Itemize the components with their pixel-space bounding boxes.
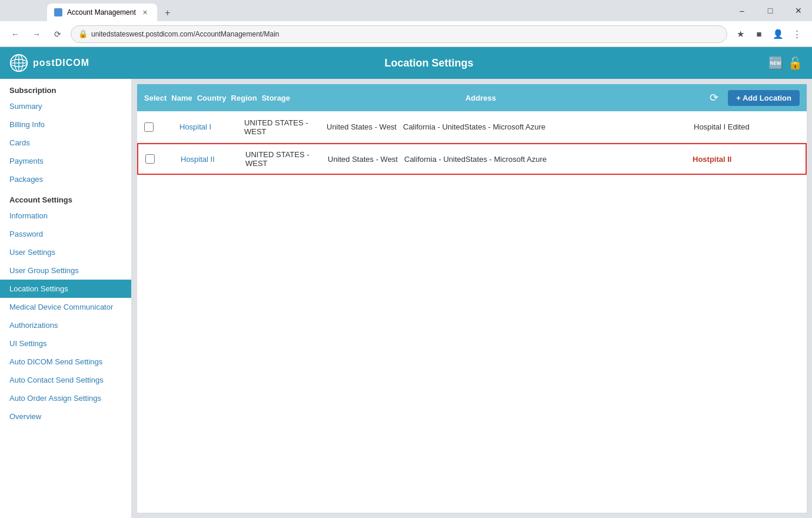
table-row-highlighted: Hospital II UNITED STATES - WEST United … [137,143,807,175]
row2-select-cell [145,154,181,164]
add-location-button[interactable]: + Add Location [728,90,800,106]
logo-text: postDICOM [33,58,89,68]
sidebar-item-auto-dicom[interactable]: Auto DICOM Send Settings [0,353,131,371]
main-layout: Subscription Summary Billing Info Cards … [0,79,812,518]
address-bar[interactable]: 🔒 unitedstateswest.postdicom.com/Account… [71,25,727,43]
account-settings-section-header: Account Settings [0,188,131,207]
extensions-icon[interactable]: ■ [751,26,767,42]
row1-storage-cell: California - UnitedStates - Microsoft Az… [403,120,694,134]
forward-button[interactable]: → [28,26,45,42]
sidebar-item-packages[interactable]: Packages [0,170,131,188]
menu-icon[interactable]: ⋮ [788,26,805,42]
subscription-section-header: Subscription [0,79,131,97]
navigation-bar: ← → ⟳ 🔒 unitedstateswest.postdicom.com/A… [0,21,812,47]
row1-country-cell: UNITED STATES - WEST [244,116,327,138]
reload-button[interactable]: ⟳ [49,26,66,42]
col-name-header: Name [171,94,192,102]
row2-container: Hospital II UNITED STATES - WEST United … [137,143,807,175]
sidebar-item-auto-contact[interactable]: Auto Contact Send Settings [0,371,131,389]
sidebar-item-overview[interactable]: Overview [0,407,131,426]
window-controls: – □ ✕ [728,0,812,21]
row2-country-cell: UNITED STATES - WEST [245,148,328,170]
table-body: Hospital I UNITED STATES - WEST United S… [137,111,807,513]
sidebar-item-authorizations[interactable]: Authorizations [0,316,131,334]
close-button[interactable]: ✕ [785,0,812,21]
header-action-icons: 🆕 🔓 [768,56,803,70]
sidebar-item-user-group-settings[interactable]: User Group Settings [0,261,131,280]
sidebar-item-billing-info[interactable]: Billing Info [0,115,131,134]
row1-name-link[interactable]: Hospital I [179,122,211,131]
row2-storage-cell: California - UnitedStates - Microsoft Az… [404,152,693,166]
bookmark-icon[interactable]: ★ [732,26,748,42]
sidebar-item-user-settings[interactable]: User Settings [0,243,131,261]
back-button[interactable]: ← [7,26,24,42]
logo: postDICOM [9,54,89,72]
url-text: unitedstateswest.postdicom.com/AccountMa… [91,30,720,38]
sidebar: Subscription Summary Billing Info Cards … [0,79,132,518]
row1-checkbox[interactable] [144,122,154,132]
row2-address-cell: Hostpital II [693,152,798,166]
tab-close-button[interactable]: ✕ [141,8,150,17]
row2-name-cell: Hospital II [181,152,245,166]
tab-favicon [54,8,62,16]
row1-region-cell: United States - West [327,120,403,134]
browser-window: Account Management ✕ + – □ ✕ ← → ⟳ 🔒 uni… [0,0,812,518]
minimize-button[interactable]: – [728,0,756,21]
page-title: Location Settings [89,57,768,69]
browser-tab[interactable]: Account Management ✕ [47,4,157,21]
col-region-header: Region [231,94,257,102]
app-header: postDICOM Location Settings 🆕 🔓 [0,47,812,79]
browser-toolbar-icons: ★ ■ 👤 ⋮ [732,26,805,42]
col-select-header: Select [144,94,167,102]
row2-region-cell: United States - West [328,152,404,166]
row2-checkbox[interactable] [145,154,155,164]
app-container: postDICOM Location Settings 🆕 🔓 Subscrip… [0,47,812,518]
sidebar-item-location-settings[interactable]: Location Settings [0,280,131,298]
table-row: Hospital I UNITED STATES - WEST United S… [137,111,807,143]
maximize-button[interactable]: □ [757,0,784,21]
sidebar-item-password[interactable]: Password [0,225,131,243]
new-tab-button[interactable]: + [159,5,176,21]
col-storage-header: Storage [262,94,461,102]
logo-globe-icon [9,54,28,72]
profile-icon[interactable]: 👤 [770,26,786,42]
refresh-button[interactable]: ⟳ [704,88,723,107]
col-address-header: Address [465,94,496,102]
sidebar-item-cards[interactable]: Cards [0,134,131,152]
table-header: Select Name Country Region Storage Addre… [137,84,807,111]
sidebar-item-summary[interactable]: Summary [0,97,131,115]
logout-icon[interactable]: 🔓 [788,56,803,70]
sidebar-item-information[interactable]: Information [0,207,131,225]
sidebar-item-medical-device[interactable]: Medical Device Communicator [0,298,131,316]
col-country-header: Country [197,94,227,102]
content-area: Select Name Country Region Storage Addre… [137,84,807,513]
tab-title: Account Management [67,8,136,16]
sidebar-item-ui-settings[interactable]: UI Settings [0,334,131,353]
row1-address-cell: Hospital I Edited [694,120,800,134]
sidebar-item-payments[interactable]: Payments [0,152,131,170]
notification-icon[interactable]: 🆕 [768,56,783,70]
row2-name-link[interactable]: Hospital II [181,155,215,164]
sidebar-item-auto-order[interactable]: Auto Order Assign Settings [0,389,131,407]
row1-select-cell [144,122,179,132]
row1-name-cell: Hospital I [179,120,244,134]
